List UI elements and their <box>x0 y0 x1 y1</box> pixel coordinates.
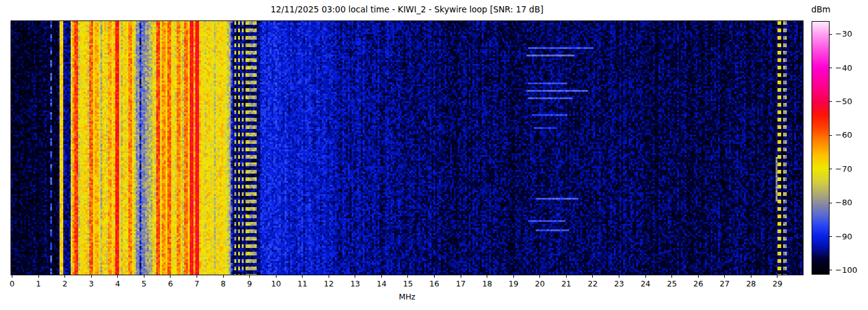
x-tick-label: 29 <box>767 279 788 288</box>
x-tick-mark <box>566 275 567 278</box>
colorbar-tick-label: −40 <box>835 63 852 73</box>
x-tick-mark <box>197 275 197 278</box>
x-tick-label: 8 <box>213 279 234 288</box>
x-tick-mark <box>64 275 65 278</box>
x-tick-mark <box>329 275 329 278</box>
x-tick-label: 5 <box>133 279 154 288</box>
x-tick-mark <box>777 275 777 278</box>
colorbar-tick-label: −30 <box>835 29 852 39</box>
colorbar-tick-mark <box>830 270 832 270</box>
x-tick-mark <box>645 275 646 278</box>
colorbar-tick-mark <box>830 236 832 237</box>
x-tick-mark <box>381 275 382 278</box>
x-tick-mark <box>91 275 92 278</box>
colorbar-tick-mark <box>830 169 832 169</box>
x-tick-label: 4 <box>107 279 128 288</box>
x-tick-mark <box>539 275 540 278</box>
colorbar-unit-label: dBm <box>806 4 836 14</box>
x-tick-mark <box>592 275 593 278</box>
colorbar-tick-mark <box>830 68 832 68</box>
colorbar-tick-label: −70 <box>835 164 852 174</box>
spectrogram-figure: 12/11/2025 03:00 local time - KIWI_2 - S… <box>0 0 868 310</box>
colorbar-tick-mark <box>830 135 832 136</box>
x-tick-mark <box>276 275 277 278</box>
x-tick-label: 25 <box>662 279 683 288</box>
spectrogram-canvas <box>11 21 803 275</box>
x-tick-label: 12 <box>318 279 339 288</box>
colorbar-gradient-canvas <box>812 22 829 274</box>
x-tick-mark <box>671 275 672 278</box>
x-tick-label: 22 <box>582 279 603 288</box>
x-tick-label: 26 <box>688 279 709 288</box>
x-tick-mark <box>487 275 487 278</box>
colorbar-tick-label: −90 <box>835 232 852 242</box>
spectrogram-plot-area <box>11 20 804 275</box>
x-tick-mark <box>302 275 303 278</box>
x-tick-label: 11 <box>292 279 313 288</box>
x-tick-label: 24 <box>635 279 656 288</box>
x-tick-label: 6 <box>160 279 181 288</box>
colorbar-tick-label: −100 <box>835 265 857 275</box>
x-tick-label: 28 <box>740 279 761 288</box>
x-tick-mark <box>434 275 435 278</box>
x-axis-label: MHz <box>11 292 804 301</box>
colorbar <box>812 21 830 275</box>
x-tick-mark <box>38 275 39 278</box>
x-tick-label: 20 <box>529 279 551 288</box>
x-tick-mark <box>407 275 408 278</box>
colorbar-tick-mark <box>830 34 832 35</box>
x-tick-label: 21 <box>556 279 577 288</box>
chart-title: 12/11/2025 03:00 local time - KIWI_2 - S… <box>11 4 804 14</box>
x-tick-label: 3 <box>81 279 102 288</box>
x-tick-label: 13 <box>345 279 366 288</box>
x-tick-mark <box>724 275 725 278</box>
x-tick-label: 2 <box>55 279 76 288</box>
colorbar-tick-label: −80 <box>835 198 852 208</box>
x-tick-label: 0 <box>2 279 23 288</box>
x-tick-label: 1 <box>28 279 49 288</box>
colorbar-tick-mark <box>830 101 832 102</box>
x-tick-mark <box>698 275 699 278</box>
x-tick-label: 7 <box>186 279 207 288</box>
x-tick-label: 19 <box>503 279 524 288</box>
x-tick-label: 10 <box>265 279 286 288</box>
x-tick-mark <box>249 275 250 278</box>
x-tick-mark <box>513 275 514 278</box>
colorbar-tick-label: −50 <box>835 97 852 107</box>
x-tick-mark <box>355 275 355 278</box>
x-tick-label: 27 <box>714 279 735 288</box>
x-tick-mark <box>117 275 118 278</box>
x-tick-mark <box>751 275 751 278</box>
x-tick-mark <box>12 275 12 278</box>
x-tick-label: 23 <box>609 279 630 288</box>
x-tick-label: 15 <box>397 279 418 288</box>
x-tick-label: 16 <box>424 279 445 288</box>
x-tick-label: 18 <box>477 279 498 288</box>
x-tick-mark <box>170 275 170 278</box>
colorbar-tick-label: −60 <box>835 130 852 140</box>
colorbar-tick-mark <box>830 203 832 203</box>
x-tick-label: 9 <box>239 279 260 288</box>
x-tick-mark <box>619 275 619 278</box>
x-tick-label: 14 <box>371 279 392 288</box>
x-tick-mark <box>223 275 224 278</box>
x-tick-mark <box>144 275 144 278</box>
x-tick-mark <box>461 275 461 278</box>
x-tick-label: 17 <box>450 279 471 288</box>
